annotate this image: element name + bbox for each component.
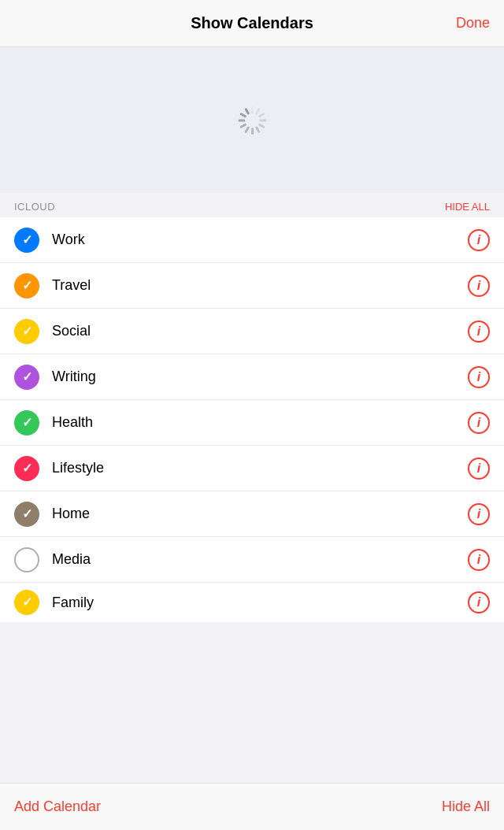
calendar-item-family[interactable]: ✓Familyi bbox=[0, 583, 504, 622]
calendar-name-family: Family bbox=[52, 595, 468, 611]
calendar-name-writing: Writing bbox=[52, 369, 468, 385]
calendar-name-home: Home bbox=[52, 506, 468, 522]
calendar-item-travel[interactable]: ✓Traveli bbox=[0, 263, 504, 309]
info-icon-writing[interactable]: i bbox=[468, 366, 490, 388]
info-icon-home[interactable]: i bbox=[468, 503, 490, 525]
done-button[interactable]: Done bbox=[456, 15, 490, 31]
loading-spinner bbox=[238, 106, 266, 135]
calendar-item-media[interactable]: Mediai bbox=[0, 537, 504, 583]
section-hide-all-button[interactable]: HIDE ALL bbox=[445, 201, 490, 213]
info-icon-travel[interactable]: i bbox=[468, 275, 490, 297]
checkmark-icon: ✓ bbox=[22, 417, 32, 429]
calendar-item-work[interactable]: ✓Worki bbox=[0, 217, 504, 263]
info-icon-health[interactable]: i bbox=[468, 412, 490, 434]
checkmark-icon: ✓ bbox=[22, 280, 32, 292]
loading-section bbox=[0, 47, 504, 193]
section-header: ICLOUD HIDE ALL bbox=[0, 193, 504, 217]
calendar-checkbox-social[interactable]: ✓ bbox=[14, 319, 39, 344]
checkmark-icon: ✓ bbox=[22, 371, 32, 384]
calendar-checkbox-health[interactable]: ✓ bbox=[14, 410, 39, 435]
checkmark-icon: ✓ bbox=[22, 508, 32, 521]
calendar-checkbox-travel[interactable]: ✓ bbox=[14, 273, 39, 298]
add-calendar-button[interactable]: Add Calendar bbox=[14, 799, 101, 815]
calendar-name-lifestyle: Lifestyle bbox=[52, 460, 468, 476]
calendar-item-writing[interactable]: ✓Writingi bbox=[0, 354, 504, 400]
checkmark-icon: ✓ bbox=[22, 325, 32, 338]
calendar-item-social[interactable]: ✓Sociali bbox=[0, 309, 504, 354]
calendar-checkbox-family[interactable]: ✓ bbox=[14, 590, 39, 615]
calendar-name-travel: Travel bbox=[52, 277, 468, 294]
calendar-checkbox-home[interactable]: ✓ bbox=[14, 502, 39, 527]
info-icon-family[interactable]: i bbox=[468, 591, 490, 613]
calendar-checkbox-media[interactable] bbox=[14, 547, 39, 572]
info-icon-media[interactable]: i bbox=[468, 549, 490, 571]
calendar-item-home[interactable]: ✓Homei bbox=[0, 491, 504, 537]
checkmark-icon: ✓ bbox=[22, 596, 32, 609]
calendar-name-work: Work bbox=[52, 232, 468, 248]
calendar-item-lifestyle[interactable]: ✓Lifestylei bbox=[0, 446, 504, 491]
info-icon-social[interactable]: i bbox=[468, 321, 490, 343]
calendar-name-media: Media bbox=[52, 551, 468, 568]
checkmark-icon: ✓ bbox=[22, 234, 32, 246]
checkmark-icon: ✓ bbox=[22, 462, 32, 475]
section-label: ICLOUD bbox=[14, 201, 55, 213]
header: Show Calendars Done bbox=[0, 0, 504, 47]
page-title: Show Calendars bbox=[191, 14, 313, 32]
calendar-checkbox-work[interactable]: ✓ bbox=[14, 228, 39, 253]
calendar-checkbox-writing[interactable]: ✓ bbox=[14, 365, 39, 390]
calendar-item-health[interactable]: ✓Healthi bbox=[0, 400, 504, 446]
calendar-name-health: Health bbox=[52, 414, 468, 431]
bottom-toolbar: Add Calendar Hide All bbox=[0, 783, 504, 830]
info-icon-work[interactable]: i bbox=[468, 229, 490, 251]
info-icon-lifestyle[interactable]: i bbox=[468, 458, 490, 480]
calendar-list: ✓Worki✓Traveli✓Sociali✓Writingi✓Healthi✓… bbox=[0, 217, 504, 622]
hide-all-button[interactable]: Hide All bbox=[442, 799, 490, 815]
calendar-checkbox-lifestyle[interactable]: ✓ bbox=[14, 456, 39, 481]
calendar-name-social: Social bbox=[52, 323, 468, 339]
